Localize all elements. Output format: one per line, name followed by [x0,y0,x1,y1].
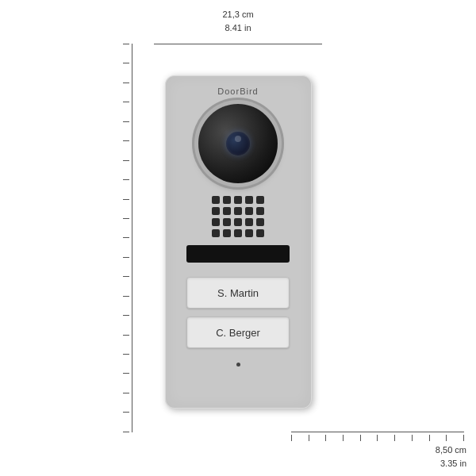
ruler-tick-14 [123,315,129,316]
speaker-hole [256,196,264,204]
brand-label: DoorBird [217,86,258,96]
htick-5 [377,435,378,441]
speaker-hole [212,196,220,204]
htick-0 [291,435,292,441]
doorbird-device: DoorBird [165,75,312,409]
ruler-tick-18 [123,393,129,393]
ruler-tick-11 [123,257,129,258]
speaker-hole [212,207,220,215]
ir-strip [186,245,290,263]
top-rule-line [154,44,322,44]
htick-10 [463,435,464,441]
bottom-ruler-ticks [291,435,464,441]
measurement-container: 21,3 cm 8.41 in 8,50 cm 3.35 in [0,0,476,476]
htick-3 [343,435,344,441]
ruler-tick-5 [123,140,129,141]
speaker-hole [245,229,253,237]
speaker-hole [245,196,253,204]
speaker-hole [234,207,242,215]
speaker-hole [223,207,231,215]
htick-9 [446,435,447,441]
speaker-hole [234,218,242,226]
ruler-tick-19 [123,412,129,413]
top-dimension: 21,3 cm 8.41 in [222,8,253,34]
ruler-tick-17 [123,373,129,374]
bottom-cm-label: 8,50 cm [436,443,466,457]
bottom-in-label: 3.35 in [436,457,466,470]
ruler-tick-7 [123,179,129,180]
doorbell-button-1[interactable]: S. Martin [186,277,290,309]
camera-lens [226,132,250,155]
htick-8 [429,435,430,441]
speaker-hole [212,229,220,237]
button-1-label: S. Martin [217,287,259,299]
speaker-grille [212,196,264,237]
speaker-hole [245,218,253,226]
speaker-hole [212,218,220,226]
camera-housing [198,104,278,183]
ruler-tick-1 [123,63,129,63]
ruler-tick-2 [123,83,129,83]
ruler-tick-8 [123,199,129,200]
ruler-tick-20 [123,432,129,432]
ruler-tick-10 [123,237,129,238]
bottom-rule-line [291,432,464,432]
htick-7 [412,435,413,441]
htick-2 [325,435,326,441]
speaker-hole [256,218,264,226]
button-2-label: C. Berger [216,327,260,339]
speaker-hole [223,196,231,204]
ruler-tick-3 [123,102,129,102]
htick-6 [394,435,395,441]
speaker-hole [234,229,242,237]
ruler-tick-4 [123,121,129,122]
speaker-hole [245,207,253,215]
speaker-hole [223,229,231,237]
ruler-tick-12 [123,276,129,277]
ruler-tick-6 [123,160,129,161]
htick-1 [309,435,309,441]
top-in-label: 8.41 in [222,21,253,35]
htick-4 [360,435,361,441]
left-ruler-ticks [123,44,129,432]
speaker-hole [234,196,242,204]
ruler-tick-0 [123,44,129,44]
top-cm-label: 21,3 cm [222,8,253,21]
speaker-hole [256,207,264,215]
speaker-hole [256,229,264,237]
bottom-dimension: 8,50 cm 3.35 in [436,443,466,470]
ruler-tick-9 [123,218,129,219]
ruler-tick-15 [123,335,129,336]
ruler-tick-13 [123,296,129,297]
doorbell-button-2[interactable]: C. Berger [186,317,290,348]
ruler-tick-16 [123,354,129,355]
speaker-hole [223,218,231,226]
led-indicator [236,363,240,367]
left-rule-line [132,44,132,432]
